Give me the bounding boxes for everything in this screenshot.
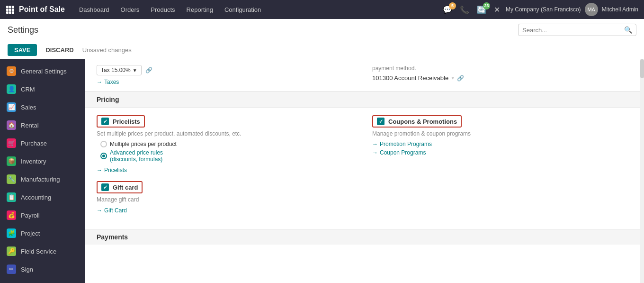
svg-rect-7 (9, 11, 11, 14)
pricelists-checkbox-highlighted[interactable]: Pricelists (97, 115, 145, 128)
company-name: My Company (San Francisco) (506, 6, 581, 13)
gift-card-desc: Manage gift card (97, 196, 353, 203)
search-box[interactable]: 🔍 (518, 24, 636, 36)
promotion-programs-link[interactable]: Promotion Programs (372, 141, 629, 147)
close-icon[interactable]: ✕ (492, 3, 502, 16)
coupons-label: Coupons & Promotions (388, 118, 457, 125)
radio-multiple-prices[interactable]: Multiple prices per product (100, 141, 353, 147)
sidebar-label-payroll: Payroll (21, 212, 40, 219)
grid-menu-icon[interactable] (6, 5, 14, 14)
sidebar-item-payroll[interactable]: 💰 Payroll (0, 206, 85, 224)
tax-select[interactable]: Tax 15.00% ▼ (97, 65, 142, 75)
gift-card-link[interactable]: Gift Card (97, 207, 127, 214)
sidebar-item-project[interactable]: 🧩 Project (0, 224, 85, 242)
pricing-grid: Pricelists Set multiple prices per produ… (85, 108, 640, 229)
svg-rect-6 (6, 11, 9, 14)
project-icon: 🧩 (7, 228, 16, 238)
coupon-programs-link[interactable]: Coupon Programs (372, 149, 629, 156)
tax-value: Tax 15.00% (101, 67, 131, 73)
sidebar-item-sign[interactable]: ✏ Sign (0, 260, 85, 278)
sidebar-item-crm[interactable]: 👤 CRM (0, 80, 85, 98)
gift-card-checkbox-highlighted[interactable]: Gift card (97, 181, 143, 193)
nav-dashboard[interactable]: Dashboard (74, 4, 114, 15)
crm-icon: 👤 (7, 84, 16, 94)
svg-rect-3 (6, 9, 9, 11)
pricing-left-col: Pricelists Set multiple prices per produ… (97, 115, 353, 221)
action-bar: SAVE DISCARD Unsaved changes (0, 41, 644, 59)
sidebar-label-crm: CRM (21, 86, 35, 93)
settings-header: Settings 🔍 (0, 19, 644, 41)
nav-configuration[interactable]: Configuration (220, 4, 266, 15)
tax-field-row: Tax 15.00% ▼ 🔗 (97, 65, 353, 75)
nav-products[interactable]: Products (146, 4, 179, 15)
discard-button[interactable]: DISCARD (41, 44, 78, 56)
accounting-icon: 📋 (7, 192, 16, 202)
pricelists-label: Pricelists (113, 118, 140, 125)
sidebar-item-general-settings[interactable]: ⚙ General Settings (0, 62, 85, 80)
settings-title: Settings (8, 25, 518, 35)
inventory-icon: 📦 (7, 156, 16, 166)
account-external-link-icon[interactable]: 🔗 (457, 75, 464, 82)
sidebar-item-inventory[interactable]: 📦 Inventory (0, 152, 85, 170)
scrollbar-thumb[interactable] (640, 59, 644, 78)
sidebar-item-manufacturing[interactable]: 🔧 Manufacturing (0, 170, 85, 188)
payment-method-label: payment method. (372, 65, 629, 72)
pricelists-link[interactable]: Pricelists (97, 167, 127, 173)
top-navigation: Point of Sale Dashboard Orders Products … (0, 0, 644, 19)
tax-dropdown-icon: ▼ (133, 68, 137, 73)
sidebar-label-inventory: Inventory (21, 158, 46, 165)
coupons-desc: Manage promotion & coupon programs (372, 130, 629, 137)
gift-card-checkbox (101, 183, 109, 191)
sidebar-item-rental[interactable]: 🏠 Rental (0, 116, 85, 134)
pricelists-desc: Set multiple prices per product, automat… (97, 130, 353, 137)
coupons-checkbox (377, 118, 385, 125)
chat-badge: 5 (449, 2, 456, 9)
gift-card-label: Gift card (113, 184, 138, 191)
sign-icon: ✏ (7, 265, 16, 274)
settings-content: Tax 15.00% ▼ 🔗 Taxes payment method. 101… (85, 59, 640, 245)
search-icon: 🔍 (624, 26, 632, 34)
nav-menu: Dashboard Orders Products Reporting Conf… (74, 4, 441, 15)
tax-external-link-icon[interactable]: 🔗 (145, 67, 152, 73)
activity-icon[interactable]: 🔄 23 (475, 3, 488, 16)
sidebar-label-purchase: Purchase (21, 140, 47, 147)
sidebar-item-field-service[interactable]: 🔑 Field Service (0, 242, 85, 260)
main-layout: ⚙ General Settings 👤 CRM 📈 Sales 🏠 Renta… (0, 59, 644, 283)
avatar[interactable]: MA (585, 3, 598, 16)
account-receivable-value: 101300 Account Receivable (372, 74, 448, 82)
nav-right-icons: 💬 5 📞 🔄 23 ✕ My Company (San Francisco) … (441, 3, 638, 16)
phone-icon[interactable]: 📞 (458, 3, 471, 16)
sales-icon: 📈 (7, 102, 16, 112)
pricing-right-col: Coupons & Promotions Manage promotion & … (372, 115, 629, 221)
coupons-header: Coupons & Promotions (372, 115, 629, 128)
unsaved-changes-label: Unsaved changes (82, 46, 132, 54)
taxes-link[interactable]: Taxes (97, 79, 119, 85)
sidebar-label-rental: Rental (21, 122, 39, 129)
coupons-block: Coupons & Promotions Manage promotion & … (372, 115, 629, 156)
pricelist-options: Multiple prices per product Advanced pri… (100, 141, 353, 163)
sidebar-label-sign: Sign (21, 266, 33, 273)
nav-reporting[interactable]: Reporting (182, 4, 218, 15)
pricelists-checkbox (101, 118, 109, 125)
sidebar-item-accounting[interactable]: 📋 Accounting (0, 188, 85, 206)
sidebar-item-purchase[interactable]: 🛒 Purchase (0, 134, 85, 152)
sidebar-item-sales[interactable]: 📈 Sales (0, 98, 85, 116)
scrollbar-track[interactable] (640, 59, 644, 283)
radio-advanced-rules-label: Advanced price rules (discounts, formula… (110, 149, 163, 163)
manufacturing-icon: 🔧 (7, 174, 16, 184)
search-input[interactable] (522, 27, 621, 34)
chat-icon[interactable]: 💬 5 (441, 3, 454, 16)
coupons-checkbox-highlighted[interactable]: Coupons & Promotions (372, 115, 462, 128)
app-name: Point of Sale (19, 5, 65, 14)
pricing-section-header: Pricing (85, 91, 640, 108)
sidebar-label-sales: Sales (21, 104, 36, 111)
svg-rect-2 (12, 6, 14, 8)
pricelists-block: Pricelists Set multiple prices per produ… (97, 115, 353, 173)
payroll-icon: 💰 (7, 210, 16, 220)
radio-multiple-prices-btn (100, 141, 107, 147)
sidebar-label-accounting: Accounting (21, 194, 51, 201)
save-button[interactable]: SAVE (8, 44, 37, 56)
radio-advanced-rules[interactable]: Advanced price rules (discounts, formula… (100, 149, 353, 163)
radio-advanced-rules-btn (100, 153, 107, 159)
nav-orders[interactable]: Orders (116, 4, 144, 15)
